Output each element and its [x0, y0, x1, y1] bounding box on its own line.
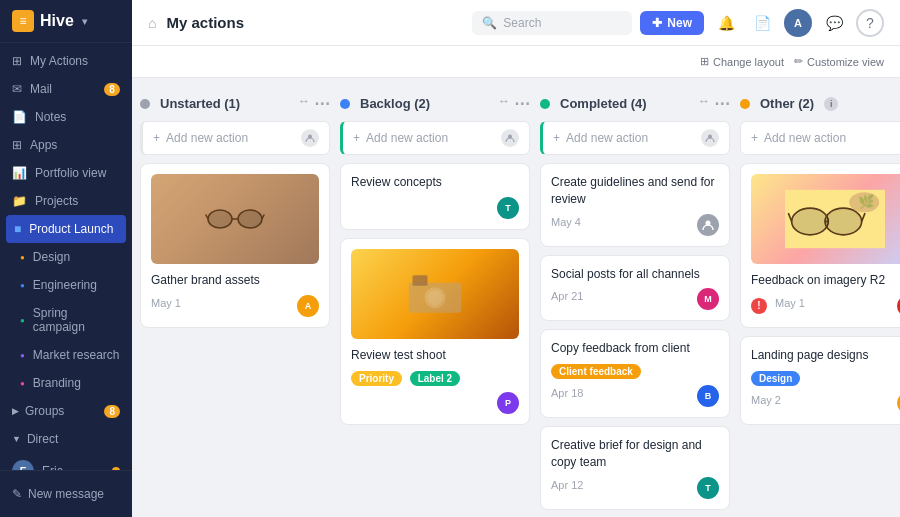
card-footer: Apr 12 T	[551, 477, 719, 499]
projects-icon: 📁	[12, 194, 27, 208]
expand-icon[interactable]: ↔	[698, 94, 710, 113]
portfolio-icon: 📊	[12, 166, 27, 180]
new-message-button[interactable]: ✎ New message	[12, 481, 120, 507]
card-title: Copy feedback from client	[551, 340, 719, 357]
svg-rect-8	[413, 275, 428, 286]
eric-avatar: E	[12, 460, 34, 470]
sidebar-item-notes[interactable]: 📄 Notes	[0, 103, 132, 131]
add-icon: +	[553, 131, 560, 145]
add-action-backlog[interactable]: + Add new action	[340, 121, 530, 155]
svg-point-1	[208, 210, 232, 228]
add-action-other[interactable]: + Add new action	[740, 121, 900, 155]
sidebar-item-spring-campaign[interactable]: ● Spring campaign	[0, 299, 132, 341]
new-message-icon: ✎	[12, 487, 22, 501]
expand-icon[interactable]: ↔	[298, 94, 310, 113]
card-review-test-shoot[interactable]: Review test shoot Priority Label 2 P	[340, 238, 530, 425]
other-indicator	[740, 99, 750, 109]
column-actions-backlog: ↔ ⋯	[498, 94, 530, 113]
card-footer: Apr 18 B	[551, 385, 719, 407]
sidebar-item-my-actions[interactable]: ⊞ My Actions	[0, 47, 132, 75]
more-icon[interactable]: ⋯	[314, 94, 330, 113]
help-button[interactable]: ?	[856, 9, 884, 37]
card-footer: May 1 A	[151, 295, 319, 317]
card-footer: P	[351, 392, 519, 414]
card-feedback-imagery[interactable]: 🌿 Feedback on imagery R2 ! May 1 R	[740, 163, 900, 328]
home-icon: ⌂	[148, 15, 156, 31]
column-backlog: Backlog (2) ↔ ⋯ + Add new action Review …	[340, 90, 530, 433]
sidebar-item-branding[interactable]: ● Branding	[0, 369, 132, 397]
sidebar-item-product-launch[interactable]: ■ Product Launch	[6, 215, 126, 243]
more-icon[interactable]: ⋯	[514, 94, 530, 113]
groups-badge: 8	[104, 405, 120, 418]
mail-badge: 8	[104, 83, 120, 96]
page-title: My actions	[166, 14, 244, 31]
label-client-feedback: Client feedback	[551, 364, 641, 379]
info-icon[interactable]: i	[824, 97, 838, 111]
card-review-concepts[interactable]: Review concepts T	[340, 163, 530, 230]
column-title-backlog: Backlog (2)	[360, 96, 430, 111]
app-logo[interactable]: ≡ Hive ▾	[0, 0, 132, 43]
card-create-guidelines[interactable]: Create guidelines and send for review Ma…	[540, 163, 730, 247]
card-landing-page-designs[interactable]: Landing page designs Design May 2 A	[740, 336, 900, 425]
sidebar-direct-header[interactable]: ▼ Direct	[0, 425, 132, 453]
sidebar-item-market-research[interactable]: ● Market research	[0, 341, 132, 369]
card-copy-feedback[interactable]: Copy feedback from client Client feedbac…	[540, 329, 730, 418]
more-icon[interactable]: ⋯	[714, 94, 730, 113]
customize-view-button[interactable]: ✏ Customize view	[794, 55, 884, 68]
card-social-posts[interactable]: Social posts for all channels Apr 21 M	[540, 255, 730, 322]
header-actions: 🔍 Search ✚ New 🔔 📄 A 💬 ?	[472, 9, 884, 37]
sidebar-user-eric[interactable]: E Eric	[0, 453, 132, 470]
sidebar-groups-header[interactable]: ▶ Groups 8	[0, 397, 132, 425]
sidebar-item-engineering[interactable]: ● Engineering	[0, 271, 132, 299]
user-avatar[interactable]: A	[784, 9, 812, 37]
sidebar-item-apps[interactable]: ⊞ Apps	[0, 131, 132, 159]
card-labels: Priority Label 2	[351, 370, 519, 386]
column-header-completed: Completed (4) ↔ ⋯	[540, 90, 730, 121]
card-footer: T	[351, 197, 519, 219]
layout-icon: ⊞	[700, 55, 709, 68]
card-avatar: P	[497, 392, 519, 414]
column-title-other: Other (2)	[760, 96, 814, 111]
add-action-label: Add new action	[166, 131, 248, 145]
card-footer: Apr 21 M	[551, 288, 719, 310]
add-action-unstarted[interactable]: + Add new action	[140, 121, 330, 155]
sidebar-item-portfolio-view[interactable]: 📊 Portfolio view	[0, 159, 132, 187]
sidebar-item-label: Spring campaign	[33, 306, 120, 334]
warning-icon: !	[751, 298, 767, 314]
change-layout-button[interactable]: ⊞ Change layout	[700, 55, 784, 68]
card-creative-brief[interactable]: Creative brief for design and copy team …	[540, 426, 730, 510]
sidebar-item-projects[interactable]: 📁 Projects	[0, 187, 132, 215]
market-dot: ●	[20, 351, 25, 360]
logo-dropdown-icon[interactable]: ▾	[82, 16, 87, 27]
engineering-dot: ●	[20, 281, 25, 290]
column-completed: Completed (4) ↔ ⋯ + Add new action Creat…	[540, 90, 730, 517]
sidebar-item-mail[interactable]: ✉ Mail 8	[0, 75, 132, 103]
user-placeholder-icon	[501, 129, 519, 147]
card-gather-brand-assets[interactable]: Gather brand assets May 1 A	[140, 163, 330, 328]
card-image-accessories: 🌿	[751, 174, 900, 264]
card-avatar: T	[697, 477, 719, 499]
notes-icon: 📄	[12, 110, 27, 124]
main-content: ⌂ My actions 🔍 Search ✚ New 🔔 📄 A 💬 ? ⊞ …	[132, 0, 900, 517]
card-date: May 2	[751, 394, 781, 406]
files-button[interactable]: 📄	[748, 9, 776, 37]
column-title-completed: Completed (4)	[560, 96, 647, 111]
sidebar-item-label: Projects	[35, 194, 78, 208]
direct-label: Direct	[27, 432, 58, 446]
add-action-completed[interactable]: + Add new action	[540, 121, 730, 155]
sidebar-item-label: My Actions	[30, 54, 88, 68]
card-labels: Design	[751, 370, 900, 386]
chat-button[interactable]: 💬	[820, 9, 848, 37]
column-header-other: Other (2) i ↔ ⋯	[740, 90, 900, 121]
card-title: Feedback on imagery R2	[751, 272, 900, 289]
sidebar-item-label: Branding	[33, 376, 81, 390]
add-action-label: Add new action	[366, 131, 448, 145]
notifications-button[interactable]: 🔔	[712, 9, 740, 37]
card-date: May 4	[551, 216, 581, 228]
search-box[interactable]: 🔍 Search	[472, 11, 632, 35]
sidebar-item-design[interactable]: ● Design	[0, 243, 132, 271]
new-button[interactable]: ✚ New	[640, 11, 704, 35]
expand-icon[interactable]: ↔	[498, 94, 510, 113]
sidebar-item-label: Product Launch	[29, 222, 113, 236]
card-title: Social posts for all channels	[551, 266, 719, 283]
